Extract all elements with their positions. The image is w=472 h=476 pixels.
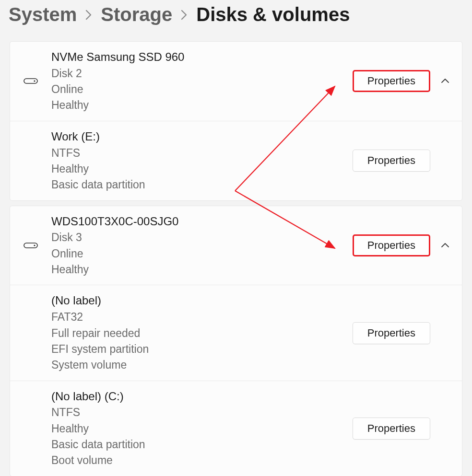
disk-icon (24, 78, 51, 84)
properties-button[interactable]: Properties (353, 234, 430, 256)
volume-row: (No label) (C:) NTFS Healthy Basic data … (10, 381, 462, 476)
svg-rect-2 (24, 243, 37, 248)
svg-rect-0 (24, 79, 37, 83)
svg-point-1 (34, 81, 35, 82)
properties-button[interactable]: Properties (353, 150, 430, 172)
properties-button[interactable]: Properties (353, 70, 430, 92)
svg-point-3 (34, 244, 35, 246)
volume-subline: Full repair needed (51, 325, 353, 341)
chevron-up-icon[interactable] (441, 77, 449, 85)
volume-row: (No label) FAT32 Full repair needed EFI … (10, 285, 462, 381)
volume-subline: System volume (51, 357, 353, 373)
disk-subline: Disk 3 (51, 230, 353, 245)
disk-subline: Online (51, 246, 353, 262)
chevron-right-icon (85, 7, 92, 22)
disk-title: NVMe Samsung SSD 960 (51, 49, 353, 66)
breadcrumb: System Storage Disks & volumes (0, 0, 472, 41)
disk-subline: Disk 2 (51, 66, 353, 81)
volume-subline: NTFS (51, 405, 353, 420)
disk-subline: Online (51, 81, 353, 97)
disk-subline: Healthy (51, 262, 353, 278)
volume-subline: FAT32 (51, 309, 353, 325)
volume-subline: Basic data partition (51, 177, 353, 193)
volume-subline: EFI system partition (51, 341, 353, 357)
volume-subline: Boot volume (51, 453, 353, 468)
volume-subline: Basic data partition (51, 437, 353, 453)
volume-title: (No label) (C:) (51, 388, 353, 405)
disk-group: WDS100T3X0C-00SJG0 Disk 3 Online Healthy… (10, 206, 462, 476)
breadcrumb-item-system[interactable]: System (9, 5, 77, 24)
chevron-up-icon[interactable] (441, 241, 449, 250)
properties-button[interactable]: Properties (353, 322, 430, 344)
volume-subline: Healthy (51, 421, 353, 437)
volume-row: Work (E:) NTFS Healthy Basic data partit… (10, 121, 462, 200)
chevron-right-icon (181, 7, 188, 22)
breadcrumb-item-current: Disks & volumes (196, 5, 350, 24)
volume-subline: Healthy (51, 161, 353, 177)
disk-title: WDS100T3X0C-00SJG0 (51, 213, 353, 230)
disk-icon (24, 243, 51, 248)
volume-title: (No label) (51, 292, 353, 309)
disk-row: NVMe Samsung SSD 960 Disk 2 Online Healt… (10, 42, 462, 121)
properties-button[interactable]: Properties (353, 418, 430, 440)
breadcrumb-item-storage[interactable]: Storage (101, 5, 172, 24)
disk-group: NVMe Samsung SSD 960 Disk 2 Online Healt… (10, 41, 462, 201)
disk-subline: Healthy (51, 97, 353, 113)
volume-subline: NTFS (51, 145, 353, 161)
volume-title: Work (E:) (51, 128, 353, 145)
disk-row: WDS100T3X0C-00SJG0 Disk 3 Online Healthy… (10, 206, 462, 286)
